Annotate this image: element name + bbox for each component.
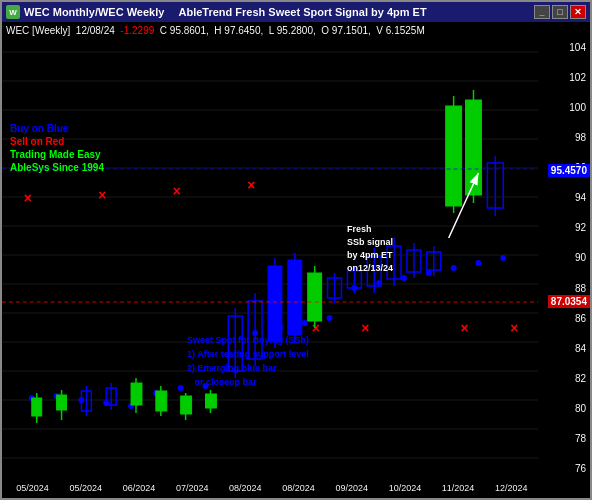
svg-point-31	[451, 265, 457, 271]
svg-text:×: ×	[461, 320, 469, 336]
y-label-98: 98	[538, 132, 590, 143]
title-left: WEC Monthly/WEC Weekly	[24, 6, 164, 18]
x-label-3: 07/2024	[176, 483, 209, 493]
svg-text:×: ×	[98, 187, 106, 203]
x-label-1: 05/2024	[70, 483, 103, 493]
svg-point-21	[178, 385, 184, 391]
svg-point-33	[500, 255, 506, 261]
minimize-button[interactable]: _	[534, 5, 550, 19]
svg-rect-67	[308, 273, 322, 321]
y-axis: 104 102 100 98 96 94 92 90 88 86 84 82 8…	[538, 38, 590, 478]
title-right: AbleTrend Fresh Sweet Sport Signal by 4p…	[179, 6, 427, 18]
y-label-82: 82	[538, 373, 590, 384]
svg-rect-81	[446, 106, 462, 206]
svg-rect-55	[181, 396, 192, 414]
svg-text:×: ×	[24, 190, 32, 206]
title-bar-left: W WEC Monthly/WEC Weekly AbleTrend Fresh…	[6, 5, 427, 19]
svg-rect-83	[466, 100, 482, 195]
x-axis: 05/2024 05/2024 06/2024 07/2024 08/2024 …	[2, 478, 590, 498]
x-label-6: 09/2024	[335, 483, 368, 493]
svg-text:×: ×	[173, 183, 181, 199]
chart-area: × × × × × × × ×	[2, 38, 590, 478]
svg-rect-57	[205, 394, 216, 408]
x-label-7: 10/2024	[389, 483, 422, 493]
title-bar-controls[interactable]: _ □ ✕	[534, 5, 586, 19]
svg-point-30	[426, 270, 432, 276]
y-label-80: 80	[538, 403, 590, 414]
y-label-84: 84	[538, 343, 590, 354]
y-label-100: 100	[538, 102, 590, 113]
svg-point-25	[302, 320, 308, 326]
x-label-4: 08/2024	[229, 483, 262, 493]
support-price-badge: 87.0354	[548, 295, 590, 308]
title-bar: W WEC Monthly/WEC Weekly AbleTrend Fresh…	[2, 2, 590, 22]
y-label-78: 78	[538, 433, 590, 444]
chart-symbol: WEC [Weekly] 12/08/24 -1.2299 C 95.8601,…	[6, 25, 425, 36]
y-label-94: 94	[538, 192, 590, 203]
chart-canvas: × × × × × × × ×	[2, 38, 538, 478]
svg-point-32	[475, 260, 481, 266]
y-label-76: 76	[538, 463, 590, 474]
svg-rect-63	[268, 266, 282, 341]
svg-point-22	[203, 383, 209, 389]
svg-rect-43	[32, 398, 42, 416]
x-label-0: 05/2024	[16, 483, 49, 493]
app-icon: W	[6, 5, 20, 19]
x-label-5: 08/2024	[282, 483, 315, 493]
chart-svg: × × × × × × × ×	[2, 38, 538, 478]
svg-text:×: ×	[247, 177, 255, 193]
svg-point-26	[327, 315, 333, 321]
svg-rect-45	[57, 395, 67, 410]
x-labels: 05/2024 05/2024 06/2024 07/2024 08/2024 …	[6, 483, 590, 493]
current-price-badge: 95.4570	[548, 164, 590, 177]
svg-text:×: ×	[510, 320, 518, 336]
svg-text:×: ×	[312, 320, 320, 336]
maximize-button[interactable]: □	[552, 5, 568, 19]
chart-info-bar: WEC [Weekly] 12/08/24 -1.2299 C 95.8601,…	[2, 22, 590, 38]
y-label-92: 92	[538, 222, 590, 233]
svg-rect-51	[131, 383, 142, 405]
svg-rect-65	[288, 260, 302, 335]
y-label-104: 104	[538, 42, 590, 53]
close-button[interactable]: ✕	[570, 5, 586, 19]
x-label-8: 11/2024	[442, 483, 475, 493]
y-label-86: 86	[538, 313, 590, 324]
svg-point-29	[401, 275, 407, 281]
svg-text:×: ×	[361, 320, 369, 336]
main-window: W WEC Monthly/WEC Weekly AbleTrend Fresh…	[0, 0, 592, 500]
x-label-9: 12/2024	[495, 483, 528, 493]
y-label-88: 88	[538, 283, 590, 294]
x-label-2: 06/2024	[123, 483, 156, 493]
y-label-90: 90	[538, 252, 590, 263]
y-label-102: 102	[538, 72, 590, 83]
svg-rect-53	[156, 391, 167, 411]
